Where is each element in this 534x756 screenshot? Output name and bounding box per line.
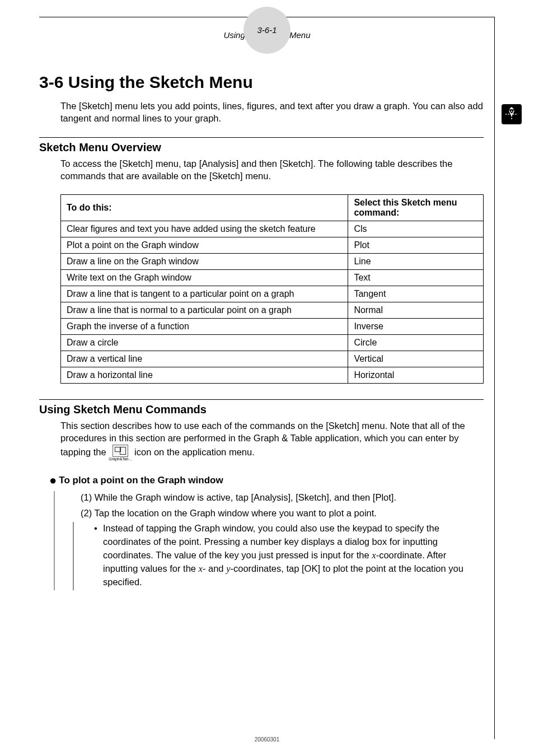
commands-desc: This section describes how to use each o… (39, 419, 484, 461)
steps-block: (1) While the Graph window is active, ta… (54, 491, 484, 590)
steps: (1) While the Graph window is active, ta… (81, 491, 484, 590)
axes-icon (504, 107, 519, 122)
cell: Draw a line that is tangent to a particu… (61, 286, 348, 302)
table-row: Draw a line on the Graph windowLine (61, 254, 484, 270)
commands-heading: Using Sketch Menu Commands (39, 403, 484, 416)
cell: Graph the inverse of a function (61, 319, 348, 335)
cell: Vertical (348, 351, 484, 367)
app-icon (113, 445, 128, 457)
footer-date: 20060301 (0, 736, 534, 743)
cell: Draw a line that is normal to a particul… (61, 302, 348, 319)
step-2: (2) Tap the location on the Graph window… (81, 507, 484, 520)
divider (39, 137, 484, 138)
divider (39, 399, 484, 400)
section-title: 3-6 Using the Sketch Menu (39, 73, 484, 92)
cell: Inverse (348, 319, 484, 335)
right-rule (494, 17, 495, 739)
cell: Draw a circle (61, 335, 348, 351)
cell: Cls (348, 221, 484, 237)
cell: Horizontal (348, 367, 484, 384)
text: - and (203, 563, 226, 573)
overview-heading: Sketch Menu Overview (39, 141, 484, 154)
cell: Clear figures and text you have added us… (61, 221, 348, 237)
col-to-do: To do this: (61, 195, 348, 221)
table-row: Draw a vertical lineVertical (61, 351, 484, 367)
cell: Write text on the Graph window (61, 270, 348, 286)
text: To plot a point on the Graph window (59, 475, 223, 486)
content: 3-6 Using the Sketch Menu The [Sketch] m… (39, 73, 484, 590)
icon-caption: Graph&Tab... (109, 457, 132, 461)
table-row: Clear figures and text you have added us… (61, 221, 484, 237)
col-command: Select this Sketch menu command: (348, 195, 484, 221)
table-row: Draw a horizontal lineHorizontal (61, 367, 484, 384)
sidebar-graph-icon (502, 104, 522, 124)
text: icon on the application menu. (134, 446, 255, 456)
cell: Line (348, 254, 484, 270)
page: 3-6-1 Using the Sketch Menu 3-6 Using th… (0, 0, 534, 756)
intro-text: The [Sketch] menu lets you add points, l… (39, 100, 484, 125)
table-row: Draw a line that is normal to a particul… (61, 302, 484, 319)
table-header-row: To do this: Select this Sketch menu comm… (61, 195, 484, 221)
cell: Normal (348, 302, 484, 319)
table-row: Draw a line that is tangent to a particu… (61, 286, 484, 302)
cell: Plot a point on the Graph window (61, 237, 348, 254)
step-1: (1) While the Graph window is active, ta… (81, 491, 484, 505)
var-x: x (199, 563, 203, 574)
cell: Circle (348, 335, 484, 351)
cell: Tangent (348, 286, 484, 302)
var-x: x (372, 550, 376, 561)
table-row: Draw a circleCircle (61, 335, 484, 351)
table-row: Graph the inverse of a functionInverse (61, 319, 484, 335)
page-header-badge: 3-6-1 (243, 7, 291, 54)
table-row: Plot a point on the Graph windowPlot (61, 237, 484, 254)
cell: Draw a line on the Graph window (61, 254, 348, 270)
sketch-commands-table: To do this: Select this Sketch menu comm… (60, 194, 484, 384)
step-note: Instead of tapping the Graph window, you… (73, 522, 484, 590)
plot-heading: ●To plot a point on the Graph window (49, 473, 484, 488)
cell: Plot (348, 237, 484, 254)
cell: Draw a vertical line (61, 351, 348, 367)
cell: Draw a horizontal line (61, 367, 348, 384)
overview-desc: To access the [Sketch] menu, tap [Analys… (39, 157, 484, 183)
page-number: 3-6-1 (257, 25, 277, 35)
table-row: Write text on the Graph windowText (61, 270, 484, 286)
graph-tab-icon: Graph&Tab... (109, 445, 132, 461)
cell: Text (348, 270, 484, 286)
